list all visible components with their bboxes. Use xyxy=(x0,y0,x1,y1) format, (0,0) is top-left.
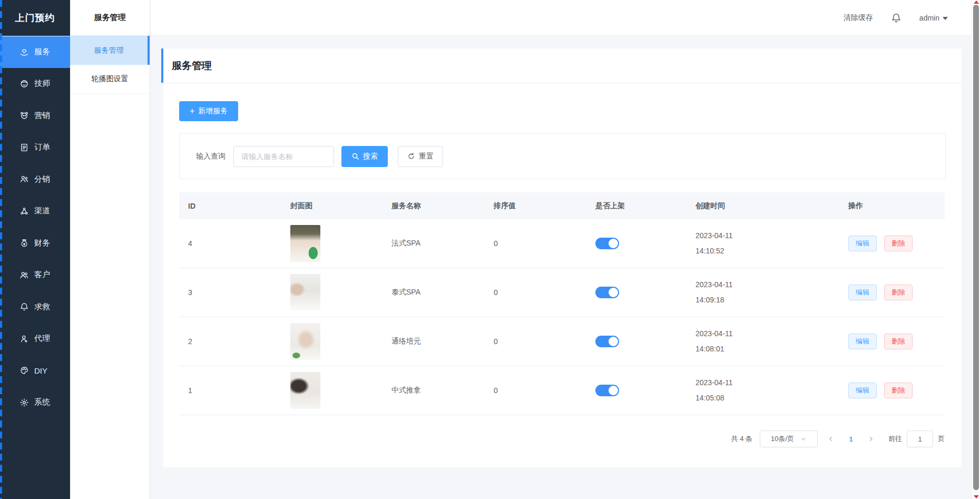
table-row: 2通络培元02023-04-1114:08:01编辑删除 xyxy=(179,317,945,366)
scrollbar-thumb[interactable] xyxy=(973,5,979,490)
sidebar-item-2[interactable]: 技师 xyxy=(0,68,70,100)
search-icon xyxy=(351,152,359,160)
cell-id: 1 xyxy=(179,386,281,395)
sidebar-item-10[interactable]: 代理 xyxy=(0,323,70,355)
table-header-row: ID封面图服务名称排序值是否上架创建时间操作 xyxy=(179,192,945,219)
sidebar-item-label: 技师 xyxy=(34,79,50,89)
next-page-button[interactable] xyxy=(865,432,877,446)
secondary-item-2[interactable]: 轮播图设置 xyxy=(70,65,150,94)
sidebar-item-12[interactable]: 系统 xyxy=(0,387,70,419)
agent-user-icon xyxy=(19,334,29,344)
sidebar-item-5[interactable]: 分销 xyxy=(0,163,70,195)
cell-sort-value: 0 xyxy=(485,386,586,395)
clear-cache-link[interactable]: 清除缓存 xyxy=(844,13,873,23)
search-button-label: 搜索 xyxy=(363,152,378,161)
goto-label: 前往 xyxy=(888,434,902,444)
channel-nodes-icon xyxy=(19,206,29,216)
cell-sort-value: 0 xyxy=(485,239,586,248)
search-panel: 输入查询 搜索 重置 xyxy=(179,133,946,179)
delete-button[interactable]: 删除 xyxy=(884,334,913,349)
cell-actions: 编辑删除 xyxy=(839,334,945,349)
publish-toggle[interactable] xyxy=(595,385,619,396)
user-menu[interactable]: admin xyxy=(919,14,948,22)
diy-palette-icon xyxy=(19,366,29,376)
sidebar-item-label: 服务 xyxy=(34,47,50,57)
publish-toggle[interactable] xyxy=(595,238,619,249)
services-table: ID封面图服务名称排序值是否上架创建时间操作 4法式SPA02023-04-11… xyxy=(179,192,945,415)
content-card: 服务管理 + 新增服务 输入查询 搜索 xyxy=(163,48,962,467)
created-date: 2023-04-11 xyxy=(695,375,839,390)
created-date: 2023-04-11 xyxy=(695,277,839,292)
table-row: 1中式推拿02023-04-1114:05:08编辑删除 xyxy=(179,366,945,415)
secondary-item-1[interactable]: 服务管理 xyxy=(70,36,150,65)
created-clock: 14:08:01 xyxy=(695,341,839,357)
vertical-scrollbar[interactable] xyxy=(971,0,980,499)
sidebar-item-8[interactable]: 客户 xyxy=(0,259,70,291)
notification-bell-icon[interactable] xyxy=(891,13,901,23)
toggle-knob xyxy=(609,239,618,248)
delete-button[interactable]: 删除 xyxy=(884,236,913,251)
cell-id: 2 xyxy=(179,337,281,346)
sidebar-item-label: 订单 xyxy=(34,142,50,152)
search-button[interactable]: 搜索 xyxy=(341,146,388,167)
delete-button[interactable]: 删除 xyxy=(884,383,913,398)
cell-actions: 编辑删除 xyxy=(839,285,945,300)
secondary-menu: 服务管理轮播图设置 xyxy=(70,36,150,94)
sidebar-item-label: DIY xyxy=(34,366,47,375)
order-document-icon xyxy=(19,142,29,152)
cell-published xyxy=(586,336,687,347)
prev-page-button[interactable] xyxy=(825,432,837,446)
cell-actions: 编辑删除 xyxy=(839,236,945,251)
search-label: 输入查询 xyxy=(196,152,226,161)
page-size-select[interactable]: 10条/页 xyxy=(760,430,818,447)
edit-button[interactable]: 编辑 xyxy=(848,236,877,251)
cell-id: 4 xyxy=(179,239,281,248)
primary-menu: 服务技师营销订单分销渠道财务客户求救代理DIY系统 xyxy=(0,36,70,418)
reset-button[interactable]: 重置 xyxy=(398,146,443,167)
cell-cover xyxy=(281,274,383,311)
cell-published xyxy=(586,287,687,298)
primary-sidebar: 上门预约 服务技师营销订单分销渠道财务客户求救代理DIY系统 xyxy=(0,0,70,499)
scroll-up-arrow[interactable] xyxy=(974,1,979,4)
chevron-right-icon xyxy=(868,436,874,442)
goto-page-input[interactable] xyxy=(907,430,933,447)
chevron-left-icon xyxy=(828,436,834,442)
sidebar-item-9[interactable]: 求救 xyxy=(0,291,70,323)
service-cover-image xyxy=(290,372,320,409)
created-clock: 14:10:52 xyxy=(695,243,839,259)
delete-button[interactable]: 删除 xyxy=(884,285,913,300)
plus-icon: + xyxy=(190,107,194,115)
publish-toggle[interactable] xyxy=(595,287,619,298)
page-number-current[interactable]: 1 xyxy=(844,435,858,443)
topbar: 清除缓存 admin xyxy=(151,0,971,36)
sidebar-item-label: 财务 xyxy=(34,238,50,248)
sidebar-item-7[interactable]: 财务 xyxy=(0,227,70,259)
sidebar-item-1[interactable]: 服务 xyxy=(0,36,70,68)
goto-unit-label: 页 xyxy=(938,434,945,444)
sidebar-item-11[interactable]: DIY xyxy=(0,355,70,387)
table-row: 4法式SPA02023-04-1114:10:52编辑删除 xyxy=(179,219,945,268)
cell-service-name: 中式推拿 xyxy=(383,386,485,395)
edit-button[interactable]: 编辑 xyxy=(848,285,877,300)
page-header: 服务管理 xyxy=(163,48,962,83)
service-name-input[interactable] xyxy=(233,146,334,167)
scroll-down-arrow[interactable] xyxy=(974,495,979,498)
sidebar-item-3[interactable]: 营销 xyxy=(0,100,70,132)
sidebar-item-label: 营销 xyxy=(34,111,50,121)
total-count: 共 4 条 xyxy=(731,434,752,444)
cell-cover xyxy=(281,372,383,409)
sos-bell-icon xyxy=(19,302,29,312)
reset-button-label: 重置 xyxy=(419,152,434,161)
sidebar-item-4[interactable]: 订单 xyxy=(0,132,70,164)
toggle-knob xyxy=(609,386,618,395)
publish-toggle[interactable] xyxy=(595,336,619,347)
add-service-button[interactable]: + 新增服务 xyxy=(179,101,238,121)
edit-button[interactable]: 编辑 xyxy=(848,334,877,349)
table-column-header: 操作 xyxy=(839,201,945,211)
page-size-value: 10条/页 xyxy=(771,434,794,444)
edit-button[interactable]: 编辑 xyxy=(848,383,877,398)
sidebar-item-6[interactable]: 渠道 xyxy=(0,195,70,228)
created-clock: 14:05:08 xyxy=(695,390,839,406)
cell-service-name: 法式SPA xyxy=(383,239,485,248)
system-gear-icon xyxy=(19,397,29,407)
